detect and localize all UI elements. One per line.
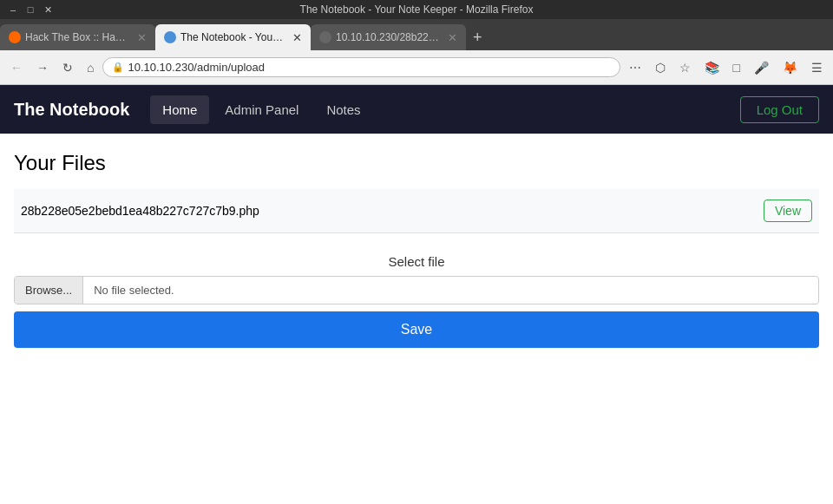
- tab-label-ip: 10.10.10.230/28b228e05e2: [336, 31, 440, 43]
- tab-close-notebook[interactable]: ✕: [292, 31, 302, 44]
- page-title: Your Files: [14, 151, 819, 175]
- file-input-row: Browse... No file selected.: [14, 276, 819, 304]
- tab-close-ip[interactable]: ✕: [448, 31, 457, 44]
- window-title: The Notebook - Your Note Keeper - Mozill…: [59, 3, 774, 16]
- page-content: Your Files 28b228e05e2bebd1ea48b227c727c…: [0, 134, 833, 504]
- address-bar-container: 🔒: [102, 57, 620, 77]
- tab-label-hackthebox: Hack The Box :: Hack The: [25, 31, 129, 43]
- files-table: 28b228e05e2bebd1ea48b227c727c7b9.php Vie…: [14, 189, 819, 233]
- mic-button[interactable]: 🎤: [749, 57, 774, 78]
- address-input[interactable]: [128, 61, 610, 74]
- minimize-button[interactable]: –: [7, 3, 19, 16]
- more-button[interactable]: ⋯: [624, 57, 646, 78]
- file-action: View: [659, 189, 819, 233]
- synced-tabs-button[interactable]: □: [728, 57, 745, 78]
- toolbar: ← → ↻ ⌂ 🔒 ⋯ ⬡ ☆ 📚 □ 🎤 🦊 ☰: [0, 50, 833, 85]
- new-tab-button[interactable]: +: [466, 24, 489, 50]
- upload-label: Select file: [14, 254, 819, 269]
- shield-icon: 🔒: [112, 62, 124, 73]
- forward-button[interactable]: →: [31, 57, 54, 78]
- navbar-right: Log Out: [740, 96, 819, 123]
- file-name: 28b228e05e2bebd1ea48b227c727c7b9.php: [14, 189, 659, 233]
- bookmark-button[interactable]: ☆: [674, 57, 696, 78]
- close-button[interactable]: ✕: [42, 3, 54, 16]
- browse-button[interactable]: Browse...: [15, 277, 83, 304]
- firefox-account-button[interactable]: 🦊: [777, 57, 803, 78]
- navbar: The Notebook Home Admin Panel Notes Log …: [0, 85, 833, 134]
- tab-label-notebook: The Notebook - Your No: [180, 31, 285, 43]
- browser-window: – □ ✕ The Notebook - Your Note Keeper - …: [0, 0, 833, 504]
- save-button[interactable]: Save: [14, 311, 819, 348]
- toolbar-right: ⋯ ⬡ ☆ 📚 □ 🎤 🦊 ☰: [624, 57, 828, 78]
- no-file-label: No file selected.: [83, 277, 818, 304]
- tab-bar: Hack The Box :: Hack The ✕ The Notebook …: [0, 19, 833, 50]
- home-button[interactable]: ⌂: [82, 57, 99, 78]
- tab-icon-notebook: [164, 31, 176, 43]
- navbar-brand[interactable]: The Notebook: [14, 100, 129, 120]
- view-button[interactable]: View: [764, 200, 812, 222]
- nav-admin-panel[interactable]: Admin Panel: [213, 95, 311, 124]
- pocket-button[interactable]: ⬡: [650, 57, 671, 78]
- tab-hackthebox[interactable]: Hack The Box :: Hack The ✕: [0, 24, 155, 50]
- tab-icon-hackthebox: [9, 31, 21, 43]
- tab-ip[interactable]: 10.10.10.230/28b228e05e2 ✕: [311, 24, 466, 50]
- tab-close-hackthebox[interactable]: ✕: [137, 31, 147, 44]
- menu-button[interactable]: ☰: [806, 57, 828, 78]
- maximize-button[interactable]: □: [24, 3, 36, 16]
- nav-notes[interactable]: Notes: [314, 95, 372, 124]
- nav-home[interactable]: Home: [150, 95, 209, 124]
- reload-button[interactable]: ↻: [57, 57, 78, 78]
- back-button[interactable]: ←: [5, 57, 28, 78]
- tab-notebook[interactable]: The Notebook - Your No ✕: [155, 24, 311, 50]
- bookmarks-panel-button[interactable]: 📚: [699, 57, 725, 78]
- title-bar: – □ ✕ The Notebook - Your Note Keeper - …: [0, 0, 833, 19]
- logout-button[interactable]: Log Out: [740, 96, 819, 123]
- tab-icon-ip: [319, 31, 331, 43]
- table-row: 28b228e05e2bebd1ea48b227c727c7b9.php Vie…: [14, 189, 819, 233]
- upload-section: Select file Browse... No file selected. …: [14, 254, 819, 348]
- navbar-links: Home Admin Panel Notes: [150, 95, 739, 124]
